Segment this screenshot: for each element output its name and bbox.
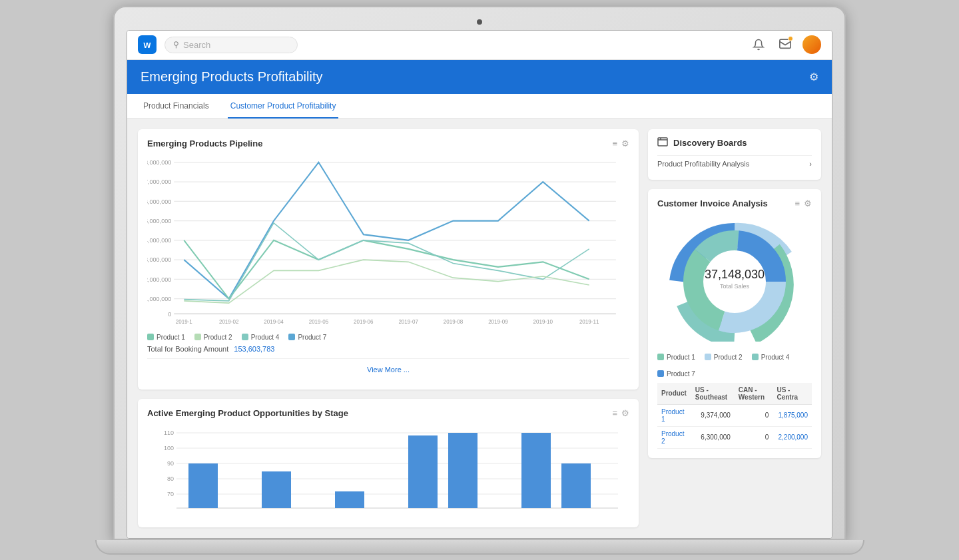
avatar-image	[802, 35, 821, 54]
svg-text:2019-11: 2019-11	[579, 318, 599, 325]
svg-text:3,000,000: 3,000,000	[147, 256, 171, 263]
line-chart-legend: Product 1 Product 2 Product 4	[147, 334, 629, 341]
tab-customer-product-profitability[interactable]: Customer Product Profitability	[228, 95, 339, 119]
discovery-boards-card: Discovery Boards Product Profitability A…	[648, 129, 821, 180]
line-chart-icons: ≡ ⚙	[612, 139, 629, 148]
svg-text:2019-08: 2019-08	[444, 318, 464, 325]
top-bar: w ⚲ Search	[127, 31, 832, 60]
tabs-bar: Product Financials Customer Product Prof…	[127, 94, 832, 119]
screen-content: w ⚲ Search	[127, 30, 832, 539]
page-header: Emerging Products Profitability ⚙	[127, 60, 832, 94]
legend-dot-product1	[147, 334, 154, 340]
laptop-wrapper: w ⚲ Search	[113, 6, 846, 555]
svg-text:2019-07: 2019-07	[398, 318, 418, 325]
line-chart-filter-icon[interactable]: ≡	[612, 139, 617, 148]
legend-product1: Product 1	[147, 334, 185, 341]
bar-chart-settings-icon[interactable]: ⚙	[621, 408, 629, 418]
table-header-southeast: US - Southeast	[691, 383, 735, 405]
total-booking-value: 153,603,783	[234, 345, 274, 353]
table-cell-row1-col1: 9,374,000	[691, 404, 735, 426]
inbox-icon[interactable]	[776, 35, 795, 54]
svg-text:37,148,030: 37,148,030	[705, 268, 765, 281]
invoice-analysis-card: Customer Invoice Analysis ≡ ⚙	[648, 189, 821, 458]
line-chart-settings-icon[interactable]: ⚙	[621, 139, 629, 148]
svg-text:2,000,000: 2,000,000	[147, 275, 171, 282]
legend-dot-product2	[194, 334, 201, 340]
page-settings-icon[interactable]: ⚙	[809, 71, 818, 83]
bar-chart-icons: ≡ ⚙	[612, 408, 629, 418]
donut-dot-product2	[705, 354, 711, 360]
donut-legend: Product 1 Product 2 Product 4	[657, 354, 812, 378]
svg-rect-47	[658, 138, 667, 146]
bar-chart-card: Active Emerging Product Opportunities by…	[138, 399, 639, 527]
laptop-bezel: w ⚲ Search	[113, 6, 846, 540]
view-more-button[interactable]: View More ...	[147, 358, 629, 380]
svg-text:7,000,000: 7,000,000	[147, 178, 171, 185]
bar-chart-title: Active Emerging Product Opportunities by…	[147, 408, 348, 418]
bell-icon[interactable]	[749, 35, 768, 54]
legend-dot-product4	[242, 334, 248, 340]
invoice-settings-icon[interactable]: ⚙	[804, 198, 812, 208]
main-content: Emerging Products Pipeline ≡ ⚙	[127, 119, 832, 538]
search-icon: ⚲	[173, 40, 179, 49]
donut-dot-product4	[752, 354, 759, 360]
bar-chart-header: Active Emerging Product Opportunities by…	[147, 408, 629, 418]
table-row: Product 1 9,374,000 0 1,875,000	[657, 404, 812, 426]
line-chart-container: 8,000,000 7,000,000 6,000,000 5,000,000 …	[147, 155, 629, 328]
svg-text:1,000,000: 1,000,000	[147, 294, 171, 302]
donut-legend-product4: Product 4	[752, 354, 790, 361]
table-cell-row1-col2: 0	[735, 404, 773, 426]
user-avatar[interactable]	[802, 35, 821, 54]
svg-text:8,000,000: 8,000,000	[147, 158, 171, 165]
svg-text:Total Sales: Total Sales	[720, 283, 750, 290]
donut-legend-product1: Product 1	[657, 354, 695, 361]
workday-logo: w	[138, 35, 157, 54]
invoice-table: Product US - Southeast CAN - Western US …	[657, 383, 812, 449]
invoice-analysis-title: Customer Invoice Analysis	[657, 198, 768, 208]
donut-legend-product7: Product 7	[657, 370, 695, 378]
svg-rect-46	[561, 463, 591, 508]
table-cell-product2[interactable]: Product 2	[657, 426, 691, 448]
donut-dot-product1	[657, 354, 664, 360]
table-cell-product1[interactable]: Product 1	[657, 404, 691, 426]
svg-text:0: 0	[168, 310, 171, 317]
tab-product-financials[interactable]: Product Financials	[141, 95, 212, 119]
svg-text:2019-04: 2019-04	[264, 318, 284, 325]
svg-text:2019-09: 2019-09	[488, 318, 508, 325]
laptop-base	[95, 540, 864, 555]
invoice-filter-icon[interactable]: ≡	[795, 198, 800, 208]
svg-rect-41	[262, 471, 291, 508]
discovery-item-arrow: ›	[809, 160, 812, 168]
svg-text:2019-02: 2019-02	[219, 318, 239, 325]
svg-rect-43	[408, 435, 438, 508]
legend-product4: Product 4	[242, 334, 280, 341]
discovery-header: Discovery Boards	[657, 137, 812, 148]
table-row: Product 2 6,300,000 0 2,200,000	[657, 426, 812, 448]
search-placeholder: Search	[183, 40, 210, 50]
discovery-boards-item[interactable]: Product Profitability Analysis ›	[657, 155, 812, 172]
search-bar[interactable]: ⚲ Search	[164, 37, 298, 53]
table-cell-row2-col1: 6,300,000	[691, 426, 735, 448]
laptop-camera	[477, 19, 482, 25]
line-chart-header: Emerging Products Pipeline ≡ ⚙	[147, 139, 629, 148]
svg-text:4,000,000: 4,000,000	[147, 236, 171, 243]
svg-rect-45	[521, 433, 551, 508]
svg-text:90: 90	[167, 460, 174, 467]
svg-text:2019-06: 2019-06	[354, 318, 374, 325]
right-column: Discovery Boards Product Profitability A…	[648, 129, 821, 527]
svg-rect-40	[188, 463, 218, 508]
logo-letter: w	[144, 39, 151, 50]
page-title: Emerging Products Profitability	[141, 69, 322, 85]
svg-rect-42	[335, 491, 364, 508]
svg-text:2019-1: 2019-1	[176, 318, 192, 325]
svg-text:2019-05: 2019-05	[309, 318, 329, 325]
table-header-product: Product	[657, 383, 691, 405]
discovery-boards-icon	[657, 137, 668, 148]
donut-dot-product7	[657, 370, 664, 377]
svg-text:110: 110	[164, 429, 174, 436]
invoice-analysis-header: Customer Invoice Analysis ≡ ⚙	[657, 198, 812, 208]
left-column: Emerging Products Pipeline ≡ ⚙	[138, 129, 639, 527]
inbox-badge	[788, 36, 793, 41]
bar-chart-filter-icon[interactable]: ≡	[612, 408, 617, 418]
table-header-central: US - Centra	[773, 383, 812, 405]
